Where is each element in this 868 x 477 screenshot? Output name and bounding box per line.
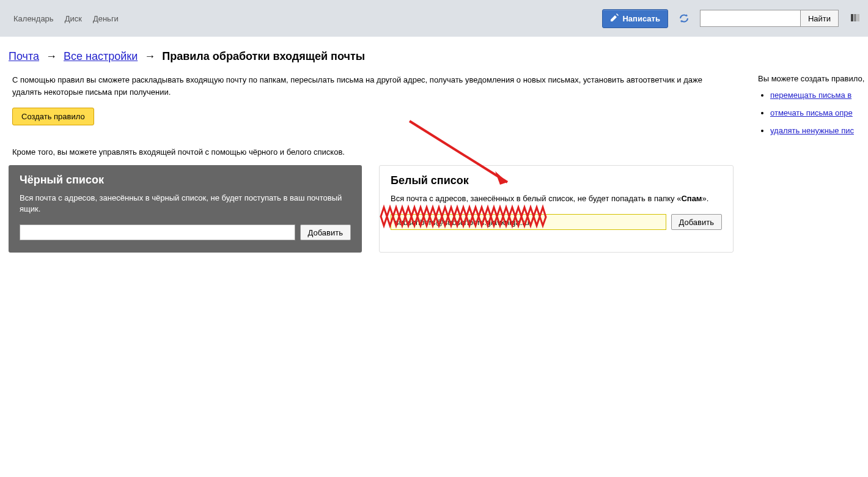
blacklist-add-button[interactable]: Добавить [300, 224, 351, 240]
nav-money[interactable]: Деньги [93, 14, 119, 23]
blacklist-title: Чёрный список [20, 174, 351, 187]
compose-label: Написать [622, 14, 660, 23]
create-rule-button[interactable]: Создать правило [12, 108, 94, 125]
top-nav: Календарь Диск Деньги [6, 14, 119, 23]
compose-button[interactable]: Написать [602, 9, 668, 28]
search-box: Найти [700, 10, 839, 27]
top-bar: Календарь Диск Деньги Написать Найти [0, 0, 868, 37]
whitelist-add-button[interactable]: Добавить [671, 214, 722, 230]
breadcrumb-settings[interactable]: Все настройки [64, 50, 138, 62]
sidebar-title: Вы можете создать правило, [758, 74, 868, 83]
svg-rect-2 [857, 14, 859, 21]
search-input[interactable] [700, 10, 801, 27]
breadcrumb-current: Правила обработки входящей почты [162, 50, 365, 62]
breadcrumb: Почта → Все настройки → Правила обработк… [9, 50, 868, 63]
intro-text: С помощью правил вы сможете раскладывать… [9, 74, 734, 98]
blacklist-panel: Чёрный список Вся почта с адресов, занес… [9, 165, 362, 253]
sidebar-link-move[interactable]: перемещать письма в [770, 91, 851, 100]
whitelist-panel: Белый список Вся почта с адресов, занесё… [379, 165, 734, 253]
refresh-icon [679, 13, 690, 24]
sidebar-link-delete[interactable]: удалять ненужные пис [770, 126, 854, 135]
sidebar-link-mark[interactable]: отмечать письма опре [770, 108, 853, 117]
sidebar-tips: Вы можете создать правило, перемещать пи… [758, 74, 868, 253]
whitelist-input[interactable] [391, 214, 666, 230]
breadcrumb-mail[interactable]: Почта [9, 50, 39, 62]
svg-rect-0 [851, 14, 853, 21]
whitelist-title: Белый список [391, 174, 722, 187]
blacklist-desc: Вся почта с адресов, занесённых в чёрный… [20, 193, 351, 215]
refresh-button[interactable] [675, 10, 693, 27]
whitelist-desc: Вся почта с адресов, занесённых в белый … [391, 193, 722, 204]
nav-disk[interactable]: Диск [65, 14, 82, 23]
arrow-icon: → [46, 50, 57, 62]
nav-calendar[interactable]: Календарь [13, 14, 54, 23]
blacklist-input[interactable] [20, 224, 295, 240]
arrow-icon: → [144, 50, 155, 62]
lists-intro: Кроме того, вы можете управлять входящей… [12, 147, 734, 157]
compose-icon [610, 13, 619, 24]
layers-icon[interactable] [850, 12, 862, 24]
search-button[interactable]: Найти [801, 10, 839, 27]
svg-rect-1 [854, 14, 856, 21]
